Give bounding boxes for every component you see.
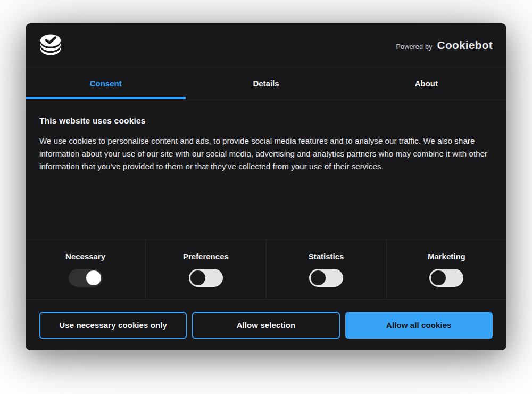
tab-details[interactable]: Details: [186, 68, 346, 98]
tab-details-label: Details: [253, 79, 279, 88]
toggle-knob: [311, 270, 326, 285]
category-preferences-label: Preferences: [183, 252, 229, 261]
toggle-knob: [431, 270, 446, 285]
dialog-header: Powered by Cookiebot: [26, 23, 506, 68]
category-necessary-label: Necessary: [65, 252, 105, 261]
powered-by-branding: Powered by Cookiebot: [396, 39, 493, 52]
toggle-knob: [190, 270, 205, 285]
consent-title: This website uses cookies: [39, 116, 493, 126]
tab-consent[interactable]: Consent: [26, 68, 186, 98]
category-statistics: Statistics: [267, 239, 387, 299]
toggle-marketing[interactable]: [429, 269, 463, 287]
active-tab-underline: [26, 97, 186, 99]
powered-by-label: Powered by: [396, 43, 433, 51]
category-preferences: Preferences: [146, 239, 266, 299]
toggle-knob: [86, 270, 101, 285]
tab-about[interactable]: About: [346, 68, 506, 98]
cookiebot-wordmark: Cookiebot: [437, 39, 493, 52]
category-marketing-label: Marketing: [428, 252, 466, 261]
cookiebot-coin-check-icon: [39, 32, 62, 59]
use-necessary-cookies-only-button[interactable]: Use necessary cookies only: [39, 312, 187, 339]
consent-panel: This website uses cookies We use cookies…: [26, 99, 506, 239]
tab-consent-label: Consent: [90, 79, 122, 88]
consent-actions: Use necessary cookies only Allow selecti…: [26, 300, 506, 350]
toggle-statistics[interactable]: [309, 269, 343, 287]
consent-description: We use cookies to personalise content an…: [39, 135, 493, 173]
category-marketing: Marketing: [387, 239, 506, 299]
allow-selection-button[interactable]: Allow selection: [192, 312, 339, 339]
category-necessary: Necessary: [26, 239, 146, 299]
category-statistics-label: Statistics: [309, 252, 344, 261]
toggle-necessary[interactable]: [69, 269, 103, 287]
cookie-consent-dialog: Powered by Cookiebot Consent Details Abo…: [26, 23, 506, 350]
allow-all-cookies-button[interactable]: Allow all cookies: [345, 312, 493, 339]
toggle-preferences[interactable]: [189, 269, 223, 287]
tab-about-label: About: [415, 79, 438, 88]
cookie-categories: Necessary Preferences Statistics Marketi…: [26, 239, 506, 300]
tab-bar: Consent Details About: [26, 68, 506, 99]
